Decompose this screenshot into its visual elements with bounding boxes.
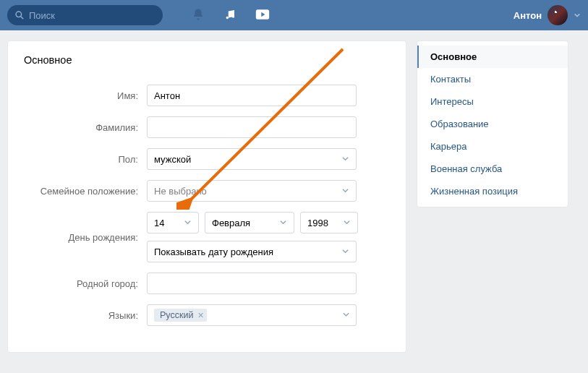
sidebar-item-main[interactable]: Основное	[417, 46, 568, 68]
sidebar-item-career[interactable]: Карьера	[417, 135, 568, 158]
hometown-input-wrap	[147, 273, 357, 294]
birthday-month: Февраля	[212, 218, 250, 228]
top-icons	[192, 8, 270, 23]
relationship-value: Не выбрано	[154, 186, 207, 197]
hometown-input[interactable]	[154, 278, 349, 289]
language-tag-label: Русский	[160, 310, 193, 320]
relationship-label: Семейное положение:	[24, 186, 147, 197]
language-tag: Русский ×	[154, 309, 207, 322]
languages-select[interactable]: Русский ×	[147, 304, 357, 326]
birthday-year: 1998	[307, 218, 328, 228]
music-icon[interactable]	[223, 8, 237, 23]
surname-label: Фамилия:	[24, 122, 147, 133]
svg-point-2	[226, 16, 229, 18]
video-icon[interactable]	[255, 8, 270, 23]
side-nav: Основное Контакты Интересы Образование К…	[417, 40, 568, 207]
chevron-down-icon	[341, 154, 349, 165]
search-icon	[14, 10, 25, 20]
svg-point-0	[16, 12, 22, 17]
name-input-wrap	[147, 85, 357, 106]
gender-label: Пол:	[24, 154, 147, 165]
birthday-day-select[interactable]: 14	[147, 212, 199, 233]
sidebar-item-interests[interactable]: Интересы	[417, 90, 568, 113]
gender-value: мужской	[154, 154, 191, 165]
chevron-down-icon	[341, 186, 349, 197]
name-input[interactable]	[154, 90, 349, 101]
svg-point-3	[232, 15, 234, 17]
chevron-down-icon	[342, 310, 350, 321]
avatar	[547, 5, 568, 25]
birthday-year-select[interactable]: 1998	[300, 212, 358, 233]
topbar: Антон	[0, 0, 588, 30]
search-box[interactable]	[7, 5, 163, 25]
close-icon[interactable]: ×	[197, 310, 203, 320]
name-label: Имя:	[24, 90, 147, 101]
page-title: Основное	[24, 54, 390, 66]
sidebar-item-contacts[interactable]: Контакты	[417, 68, 568, 90]
birthday-label: День рождения:	[24, 232, 147, 243]
hometown-label: Родной город:	[24, 278, 147, 289]
chevron-down-icon	[184, 218, 192, 228]
birthday-day: 14	[154, 218, 164, 228]
chevron-down-icon	[343, 218, 351, 228]
gender-select[interactable]: мужской	[147, 148, 357, 170]
birthday-month-select[interactable]: Февраля	[205, 212, 294, 233]
birthday-visibility-select[interactable]: Показывать дату рождения	[147, 241, 357, 262]
birthday-visibility-value: Показывать дату рождения	[154, 246, 273, 257]
sidebar-item-position[interactable]: Жизненная позиция	[417, 180, 568, 202]
surname-input[interactable]	[154, 122, 349, 133]
main-panel: Основное Имя: Фамилия: Пол: мужской	[7, 40, 406, 353]
surname-input-wrap	[147, 116, 357, 138]
username: Антон	[514, 10, 542, 21]
sidebar-item-education[interactable]: Образование	[417, 113, 568, 135]
bell-icon[interactable]	[192, 8, 205, 23]
chevron-down-icon	[279, 218, 287, 228]
languages-label: Языки:	[24, 310, 147, 321]
relationship-select[interactable]: Не выбрано	[147, 180, 357, 202]
chevron-down-icon	[341, 246, 349, 257]
svg-line-1	[21, 17, 24, 20]
search-input[interactable]	[29, 10, 155, 21]
user-menu[interactable]: Антон	[514, 5, 581, 25]
chevron-down-icon	[574, 10, 581, 21]
sidebar-item-military[interactable]: Военная служба	[417, 158, 568, 180]
